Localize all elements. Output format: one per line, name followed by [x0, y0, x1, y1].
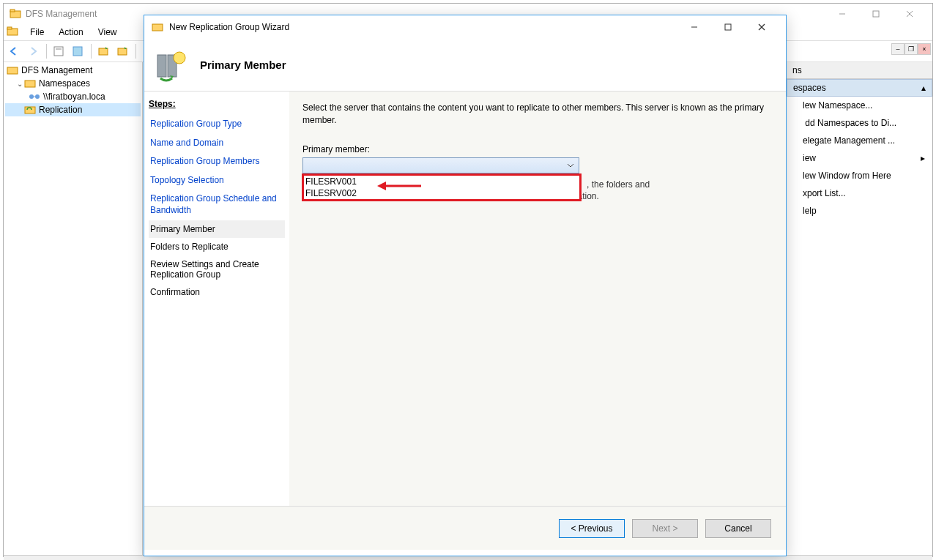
- menu-action[interactable]: Action: [51, 26, 90, 39]
- wizard-page-icon: [153, 48, 188, 83]
- menu-icon: [7, 26, 18, 40]
- step-schedule[interactable]: Replication Group Schedule and Bandwidth: [149, 190, 285, 220]
- wizard-minimize-button[interactable]: [677, 17, 711, 37]
- tree-namespaces[interactable]: ⌄ Namespaces: [5, 77, 141, 90]
- wizard-description: Select the server that contains the cont…: [302, 102, 773, 127]
- step-members[interactable]: Replication Group Members: [149, 152, 285, 171]
- action-new-window[interactable]: lew Window from Here: [787, 167, 932, 184]
- svg-rect-21: [152, 24, 163, 31]
- wizard-header: Primary Member: [144, 39, 786, 92]
- back-button[interactable]: [5, 42, 23, 60]
- step-review: Review Settings and Create Replication G…: [149, 255, 285, 283]
- step-name-domain[interactable]: Name and Domain: [149, 134, 285, 153]
- menu-file[interactable]: File: [23, 26, 51, 39]
- svg-rect-1: [10, 10, 15, 12]
- svg-rect-16: [25, 81, 35, 87]
- dropdown-option-filesrv002[interactable]: FILESRV002: [304, 187, 579, 199]
- action-help[interactable]: lelp: [787, 202, 932, 220]
- svg-rect-7: [7, 27, 12, 29]
- tree-root[interactable]: DFS Management: [5, 64, 141, 77]
- menu-view[interactable]: View: [91, 26, 125, 39]
- namespace-item-icon: [29, 91, 40, 102]
- action-export-list[interactable]: xport List...: [787, 184, 932, 202]
- svg-rect-8: [54, 47, 63, 56]
- steps-heading: Steps:: [149, 99, 285, 109]
- actions-header: ns: [787, 62, 932, 79]
- actions-section[interactable]: espaces ▴: [787, 79, 932, 97]
- actions-pane: ns espaces ▴ lew Namespace... dd Namespa…: [786, 62, 932, 555]
- next-button: Next >: [632, 519, 698, 538]
- svg-rect-26: [157, 55, 166, 77]
- mdi-restore-button[interactable]: ❐: [905, 43, 918, 55]
- previous-button[interactable]: < Previous: [559, 519, 625, 538]
- step-confirmation: Confirmation: [149, 283, 285, 301]
- annotation-arrow-icon: [377, 180, 421, 194]
- new-button[interactable]: [114, 42, 131, 60]
- minimize-button[interactable]: [825, 4, 859, 24]
- svg-rect-10: [73, 47, 82, 56]
- primary-member-dropdown[interactable]: FILESRV001 FILESRV002: [302, 157, 579, 173]
- tree-namespace-item[interactable]: \\firatboyan.loca: [5, 90, 141, 103]
- properties-button[interactable]: [50, 42, 67, 60]
- action-new-namespace[interactable]: lew Namespace...: [787, 97, 932, 114]
- svg-rect-11: [99, 48, 108, 55]
- chevron-down-icon[interactable]: ⌄: [15, 80, 24, 88]
- namespaces-icon: [24, 78, 36, 89]
- tree-replication[interactable]: Replication: [5, 103, 141, 116]
- actions-section-label: espaces: [793, 83, 826, 93]
- wizard-page-title: Primary Member: [200, 59, 286, 71]
- svg-rect-3: [873, 11, 879, 17]
- step-replication-group-type[interactable]: Replication Group Type: [149, 115, 285, 134]
- tree-namespace-item-label: \\firatboyan.loca: [43, 92, 105, 102]
- wizard-dialog: New Replication Group Wizard Primary Mem…: [144, 15, 787, 556]
- forward-button[interactable]: [24, 42, 42, 60]
- step-folders: Folders to Replicate: [149, 238, 285, 255]
- wizard-close-button[interactable]: [745, 17, 779, 37]
- svg-rect-15: [7, 67, 18, 74]
- close-button[interactable]: [893, 4, 926, 24]
- wizard-content: Select the server that contains the cont…: [289, 92, 786, 506]
- cancel-button[interactable]: Cancel: [705, 519, 771, 538]
- steps-pane: Steps: Replication Group Type Name and D…: [144, 92, 289, 506]
- dfs-icon: [7, 64, 18, 76]
- primary-member-label: Primary member:: [302, 144, 773, 154]
- dropdown-list: FILESRV001 FILESRV002: [302, 173, 582, 201]
- spacer: [15, 106, 24, 114]
- tree-pane: DFS Management ⌄ Namespaces \\firatboyan…: [4, 62, 143, 555]
- replication-icon: [24, 104, 36, 116]
- app-icon: [10, 8, 21, 20]
- wizard-maximize-button[interactable]: [711, 17, 745, 37]
- tree-replication-label: Replication: [39, 105, 82, 115]
- options-button[interactable]: [69, 42, 86, 60]
- action-view[interactable]: iew▸: [787, 149, 932, 167]
- step-primary-member[interactable]: Primary Member: [149, 220, 285, 238]
- tree-namespaces-label: Namespaces: [39, 78, 90, 89]
- wizard-icon: [152, 21, 163, 33]
- step-topology[interactable]: Topology Selection: [149, 171, 285, 190]
- svg-rect-12: [118, 48, 127, 55]
- hint-text-fragment1: , the folders and: [587, 179, 650, 190]
- chevron-down-icon: [567, 161, 574, 171]
- wizard-titlebar: New Replication Group Wizard: [144, 15, 786, 39]
- wizard-title: New Replication Group Wizard: [169, 22, 677, 32]
- mdi-minimize-button[interactable]: –: [891, 43, 905, 55]
- svg-rect-23: [725, 24, 731, 30]
- submenu-arrow-icon: ▸: [921, 153, 925, 163]
- tree-root-label: DFS Management: [21, 65, 92, 75]
- maximize-button[interactable]: [859, 4, 893, 24]
- refresh-button[interactable]: [94, 42, 112, 60]
- dropdown-option-filesrv001[interactable]: FILESRV001: [304, 176, 579, 187]
- svg-point-28: [174, 52, 185, 64]
- action-delegate[interactable]: elegate Management ...: [787, 132, 932, 149]
- collapse-icon[interactable]: ▴: [921, 83, 926, 93]
- action-add-namespaces[interactable]: dd Namespaces to Di...: [787, 114, 932, 132]
- mdi-close-button[interactable]: ×: [918, 43, 931, 55]
- wizard-buttons: < Previous Next > Cancel: [144, 506, 786, 550]
